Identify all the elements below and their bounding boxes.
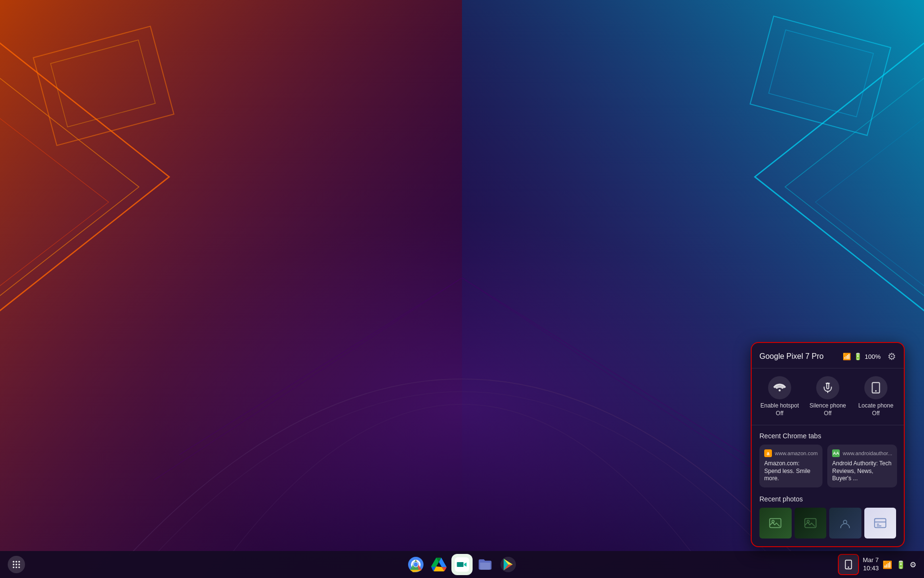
phone-panel: Google Pixel 7 Pro 📶 🔋 100% ⚙ Enable hot…	[751, 342, 905, 547]
tab-card-androidauthority[interactable]: AA www.androidauthor... Android Authorit…	[827, 445, 897, 487]
taskbar-files[interactable]	[475, 554, 496, 575]
svg-point-26	[15, 561, 17, 563]
panel-header: Google Pixel 7 Pro 📶 🔋 100% ⚙	[752, 343, 904, 368]
locate-phone-icon	[864, 376, 887, 399]
svg-point-20	[844, 520, 847, 524]
tab-card-header: a www.amazon.com	[764, 449, 818, 457]
recent-photos-section: Recent photos	[752, 491, 904, 546]
taskbar: Mar 7 10:43 📶 🔋 ⚙	[0, 551, 924, 578]
tab-card-header-aa: AA www.androidauthor...	[832, 449, 892, 457]
svg-point-29	[15, 564, 17, 565]
photo-1[interactable]	[759, 508, 792, 539]
hotspot-icon	[768, 376, 791, 399]
recent-tabs-title: Recent Chrome tabs	[759, 432, 896, 440]
svg-point-33	[18, 566, 20, 568]
amazon-url: www.amazon.com	[775, 450, 818, 456]
aa-url: www.androidauthor...	[843, 450, 892, 456]
amazon-favicon: a	[764, 449, 772, 457]
recent-tabs-list: a www.amazon.com Amazon.com: Spend less.…	[759, 445, 896, 487]
aa-favicon: AA	[832, 449, 840, 457]
silence-phone-icon	[816, 376, 839, 399]
quick-action-hotspot[interactable]: Enable hotspot Off	[760, 376, 799, 417]
wifi-icon: 📶	[883, 560, 892, 569]
taskbar-right: Mar 7 10:43 📶 🔋 ⚙	[838, 554, 916, 575]
battery-taskbar-icon: 🔋	[896, 560, 906, 569]
taskbar-drive[interactable]	[428, 554, 449, 575]
time: 10:43	[863, 565, 879, 573]
silence-label: Silence phone Off	[809, 402, 846, 417]
settings-icon[interactable]: ⚙	[887, 351, 896, 362]
svg-point-30	[18, 564, 20, 565]
aa-title: Android Authority: Tech Reviews, News, B…	[832, 460, 892, 483]
photo-3[interactable]	[829, 508, 861, 539]
taskbar-left	[8, 556, 25, 573]
taskbar-center	[405, 554, 519, 575]
hotspot-label: Enable hotspot Off	[760, 402, 799, 417]
battery-pct: 100%	[865, 353, 881, 360]
photos-grid	[759, 508, 896, 539]
date: Mar 7	[863, 556, 879, 565]
taskbar-meet[interactable]	[451, 554, 473, 575]
svg-rect-1	[0, 0, 462, 578]
svg-point-38	[414, 563, 418, 567]
quick-actions: Enable hotspot Off Silence phone Off	[752, 368, 904, 425]
signal-icon: 📶	[843, 353, 851, 360]
svg-point-31	[13, 566, 14, 568]
tab-card-amazon[interactable]: a www.amazon.com Amazon.com: Spend less.…	[759, 445, 822, 487]
svg-point-11	[779, 389, 781, 391]
settings-taskbar-icon[interactable]: ⚙	[910, 560, 916, 569]
svg-point-27	[18, 561, 20, 563]
svg-point-25	[13, 561, 14, 563]
amazon-title: Amazon.com: Spend less. Smile more.	[764, 460, 818, 483]
recent-tabs-section: Recent Chrome tabs a www.amazon.com Amaz…	[752, 425, 904, 491]
photo-2[interactable]	[795, 508, 827, 539]
photo-4[interactable]	[864, 508, 897, 539]
panel-title: Google Pixel 7 Pro	[759, 352, 823, 361]
taskbar-play[interactable]	[498, 554, 519, 575]
taskbar-chrome[interactable]	[405, 554, 426, 575]
svg-point-32	[15, 566, 17, 568]
phone-hub-button[interactable]	[838, 554, 859, 575]
svg-point-28	[13, 564, 14, 565]
quick-action-locate[interactable]: Locate phone Off	[857, 376, 895, 417]
panel-status: 📶 🔋 100% ⚙	[843, 351, 896, 362]
locate-label: Locate phone Off	[859, 402, 894, 417]
date-time[interactable]: Mar 7 10:43	[863, 556, 879, 573]
launcher-button[interactable]	[8, 556, 25, 573]
quick-action-silence[interactable]: Silence phone Off	[808, 376, 847, 417]
recent-photos-title: Recent photos	[759, 495, 896, 503]
battery-icon: 🔋	[854, 353, 862, 360]
